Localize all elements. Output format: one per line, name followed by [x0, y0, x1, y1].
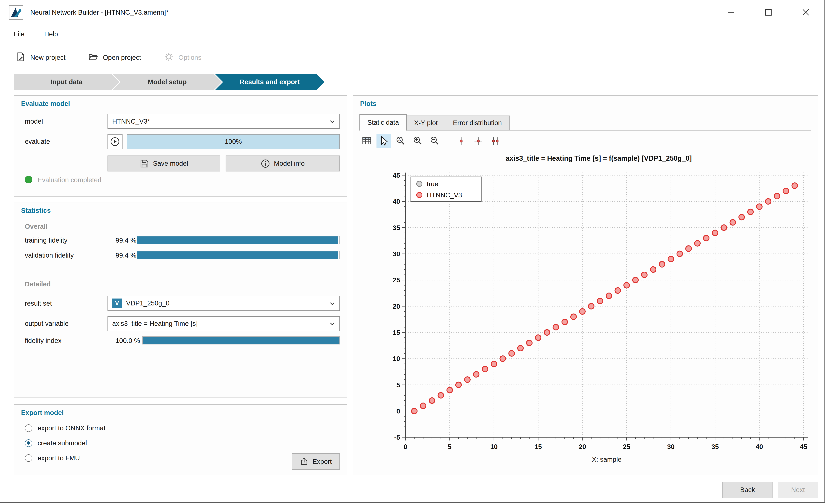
step-input-data[interactable]: Input data [14, 74, 119, 90]
zoom-in-tool-button[interactable] [411, 134, 425, 148]
model-select[interactable]: HTNNC_V3* [108, 114, 340, 129]
svg-text:0: 0 [396, 407, 400, 415]
data-table-tool-button[interactable] [359, 134, 374, 148]
svg-text:45: 45 [393, 172, 400, 179]
menu-file[interactable]: File [14, 30, 24, 38]
progress-value: 100% [127, 138, 340, 145]
radio-icon [25, 439, 32, 447]
back-label: Back [740, 486, 755, 494]
step-label: Input data [51, 78, 82, 86]
validation-fidelity-bar [137, 251, 340, 259]
export-label: Export [312, 458, 332, 465]
open-project-button[interactable]: Open project [88, 52, 141, 64]
tab-error-distribution[interactable]: Error distribution [445, 116, 510, 130]
zoom-out-tool-button[interactable] [428, 134, 442, 148]
step-label: Results and export [240, 78, 300, 86]
svg-text:5: 5 [396, 381, 400, 389]
model-info-button[interactable]: Model info [226, 155, 340, 172]
window-controls [712, 0, 824, 24]
radio-label: export to FMU [38, 454, 80, 462]
plot-tabs: Static data X-Y plot Error distribution [359, 114, 509, 130]
result-set-select[interactable]: V VDP1_250g_0 [108, 296, 340, 311]
cursor-probe-tool-button[interactable] [454, 134, 469, 148]
model-label: model [25, 118, 43, 125]
close-button[interactable] [787, 0, 824, 24]
svg-text:A: A [398, 138, 401, 142]
tab-label: Error distribution [453, 119, 502, 127]
svg-text:35: 35 [711, 443, 719, 450]
tab-xy-plot[interactable]: X-Y plot [406, 116, 446, 130]
save-icon [139, 159, 149, 168]
step-model-setup[interactable]: Model setup [113, 74, 222, 90]
maximize-button[interactable] [750, 0, 787, 24]
tab-static-data[interactable]: Static data [359, 114, 407, 130]
radio-label: export to ONNX format [38, 425, 106, 432]
plot-canvas[interactable]: 051015202530354045-5051015202530354045tr… [380, 165, 818, 469]
step-label: Model setup [148, 78, 186, 86]
zoom-fit-icon: A [396, 136, 406, 146]
svg-text:5: 5 [448, 443, 452, 450]
run-evaluate-button[interactable] [108, 134, 122, 149]
next-button: Next [778, 482, 818, 498]
crosshair-icon [473, 136, 484, 146]
new-project-icon [15, 52, 26, 64]
save-model-button[interactable]: Save model [108, 155, 220, 172]
bar-fill [137, 237, 338, 244]
training-fidelity-bar [137, 236, 340, 244]
crosshair-tool-button[interactable] [471, 134, 486, 148]
back-button[interactable]: Back [722, 482, 773, 498]
evaluate-section-title: Evaluate model [21, 100, 70, 108]
app-icon [9, 5, 23, 20]
model-select-value: HTNNC_V3* [112, 118, 150, 125]
chevron-down-icon [330, 322, 335, 326]
play-icon [110, 136, 120, 147]
new-project-button[interactable]: New project [15, 52, 66, 64]
radio-create-submodel[interactable]: create submodel [25, 439, 87, 447]
svg-text:25: 25 [623, 443, 631, 450]
radio-export-onnx[interactable]: export to ONNX format [25, 424, 105, 432]
status-dot [25, 176, 32, 183]
export-button[interactable]: Export [292, 453, 340, 470]
dual-probe-icon [490, 136, 501, 146]
evaluation-status-text: Evaluation completed [38, 176, 102, 184]
svg-text:25: 25 [393, 276, 400, 284]
evaluate-label: evaluate [25, 138, 50, 145]
training-fidelity-label: training fidelity [25, 237, 67, 244]
statistics-section-title: Statistics [21, 207, 51, 214]
svg-text:35: 35 [393, 224, 400, 232]
select-tool-button[interactable] [376, 134, 391, 148]
menu-help[interactable]: Help [44, 30, 58, 38]
svg-text:30: 30 [667, 443, 675, 450]
upload-icon [300, 457, 309, 466]
radio-icon [25, 454, 32, 462]
training-fidelity-value: 99.4 % [116, 237, 136, 244]
svg-text:45: 45 [800, 443, 807, 450]
plots-section: Plots Static data X-Y plot Error distrib… [353, 96, 818, 476]
overall-heading: Overall [25, 223, 48, 230]
validation-fidelity-label: validation fidelity [25, 252, 74, 259]
svg-text:20: 20 [393, 303, 400, 310]
bar-fill [137, 251, 338, 259]
dual-cursor-tool-button[interactable] [488, 134, 503, 148]
minimize-button[interactable] [712, 0, 750, 24]
svg-text:true: true [427, 180, 438, 188]
radio-label: create submodel [38, 439, 87, 447]
zoom-fit-tool-button[interactable]: A [394, 134, 408, 148]
svg-text:15: 15 [534, 443, 542, 450]
step-results-export[interactable]: Results and export [215, 74, 324, 90]
result-set-label: result set [25, 300, 52, 307]
app-window: Neural Network Builder - [HTNNC_V3.amenn… [0, 0, 825, 503]
wizard-steps: Input data Model setup Results and expor… [14, 74, 324, 90]
radio-export-fmu[interactable]: export to FMU [25, 454, 80, 462]
next-label: Next [791, 486, 805, 494]
export-model-section: Export model export to ONNX format creat… [14, 404, 347, 475]
output-variable-select[interactable]: axis3_title = Heating Time [s] [108, 316, 340, 331]
chevron-down-icon [330, 120, 335, 123]
probe-icon [456, 136, 467, 146]
radio-icon [25, 425, 32, 432]
svg-text:10: 10 [393, 355, 400, 362]
chart-title: axis3_title = Heating Time [s] = f(sampl… [380, 154, 818, 163]
model-info-label: Model info [274, 160, 305, 167]
result-set-badge: V [112, 299, 122, 308]
window-title: Neural Network Builder - [HTNNC_V3.amenn… [30, 9, 169, 16]
